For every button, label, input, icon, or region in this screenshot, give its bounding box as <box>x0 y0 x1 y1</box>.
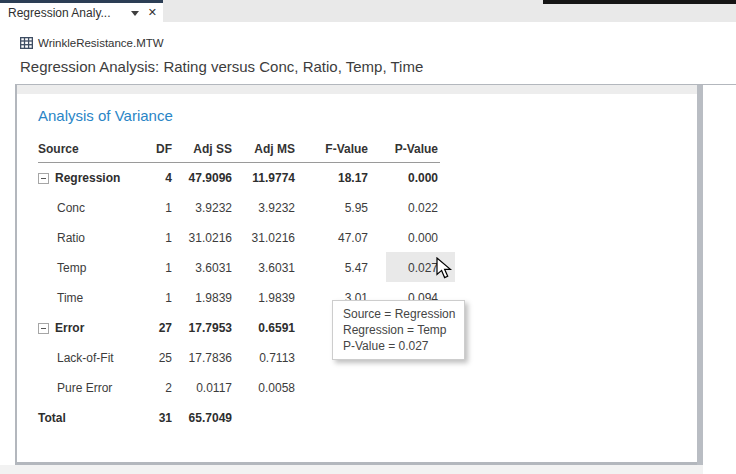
collapse-icon[interactable] <box>38 323 49 334</box>
column-header-pvalue: P-Value <box>373 137 438 162</box>
column-header-df: DF <box>138 137 172 162</box>
collapse-icon[interactable] <box>38 173 49 184</box>
cell-df[interactable]: 31 <box>138 403 172 433</box>
cell-source[interactable]: Pure Error <box>57 373 112 403</box>
cell-p[interactable]: 0.022 <box>373 193 438 223</box>
table-row-total: Total3165.7049 <box>38 403 440 433</box>
cell-source[interactable]: Lack-of-Fit <box>57 343 114 373</box>
cell-adj_ss[interactable]: 0.0117 <box>178 373 232 403</box>
source-label: Ratio <box>57 231 85 245</box>
cell-adj_ms[interactable]: 0.7113 <box>238 343 295 373</box>
source-label: Total <box>38 411 66 425</box>
cell-f[interactable]: 18.17 <box>303 163 368 193</box>
cell-adj_ss[interactable]: 3.9232 <box>178 193 232 223</box>
output-tab[interactable]: Regression Analy... ✕ <box>0 3 163 22</box>
anova-table-header: Source DF Adj SS Adj MS F-Value P-Value <box>38 137 440 163</box>
worksheet-link[interactable]: WrinkleResistance.MTW <box>20 37 164 49</box>
source-label: Pure Error <box>57 381 112 395</box>
table-row-ratio: Ratio131.021631.021647.070.000 <box>38 223 440 253</box>
page-background-strip <box>0 465 703 474</box>
cell-p[interactable]: 0.000 <box>373 223 438 253</box>
tooltip-line-pvalue: P-Value = 0.027 <box>343 338 454 354</box>
worksheet-grid-icon <box>20 37 33 49</box>
cell-adj_ms[interactable]: 31.0216 <box>238 223 295 253</box>
table-row-regression: Regression447.909611.977418.170.000 <box>38 163 440 193</box>
column-header-fvalue: F-Value <box>303 137 368 162</box>
source-label: Temp <box>57 261 86 275</box>
cell-p[interactable]: 0.000 <box>373 163 438 193</box>
cell-df[interactable]: 1 <box>138 253 172 283</box>
table-row-pure-error: Pure Error20.01170.0058 <box>38 373 440 403</box>
panel-border-left <box>15 84 17 465</box>
minitab-output-window: Regression Analy... ✕ WrinkleResistance.… <box>0 0 736 474</box>
worksheet-name: WrinkleResistance.MTW <box>38 37 164 49</box>
cell-tooltip: Source = Regression Regression = Temp P-… <box>332 300 465 360</box>
table-row-conc: Conc13.92323.92325.950.022 <box>38 193 440 223</box>
cell-source[interactable]: Temp <box>57 253 86 283</box>
cell-p[interactable]: 0.027 <box>373 253 438 283</box>
cell-adj_ss[interactable]: 47.9096 <box>178 163 232 193</box>
vertical-scrollbar[interactable] <box>697 85 703 465</box>
tab-title: Regression Analy... <box>8 6 127 20</box>
cell-df[interactable]: 1 <box>138 223 172 253</box>
cell-adj_ss[interactable]: 31.0216 <box>178 223 232 253</box>
cell-adj_ms[interactable]: 0.0058 <box>238 373 295 403</box>
cell-f[interactable]: 47.07 <box>303 223 368 253</box>
cell-f[interactable]: 5.95 <box>303 193 368 223</box>
cell-adj_ss[interactable]: 17.7953 <box>178 313 232 343</box>
cell-source[interactable]: Total <box>38 403 66 433</box>
cell-adj_ss[interactable]: 3.6031 <box>178 253 232 283</box>
cell-adj_ms[interactable]: 0.6591 <box>238 313 295 343</box>
cell-adj_ms[interactable]: 1.9839 <box>238 283 295 313</box>
source-label: Conc <box>57 201 85 215</box>
cell-source[interactable]: Ratio <box>57 223 85 253</box>
source-label: Time <box>57 291 83 305</box>
cell-df[interactable]: 4 <box>138 163 172 193</box>
page-title: Regression Analysis: Rating versus Conc,… <box>20 58 423 75</box>
cell-source[interactable]: Time <box>57 283 83 313</box>
close-icon[interactable]: ✕ <box>148 3 157 22</box>
cell-source[interactable]: Conc <box>57 193 85 223</box>
cell-adj_ms[interactable]: 11.9774 <box>238 163 295 193</box>
anova-table-body: Regression447.909611.977418.170.000Conc1… <box>38 163 440 433</box>
cell-adj_ms[interactable]: 3.9232 <box>238 193 295 223</box>
chevron-down-icon[interactable] <box>131 11 139 16</box>
column-header-source: Source <box>38 137 79 162</box>
source-label: Error <box>55 321 84 335</box>
column-header-adjss: Adj SS <box>178 137 232 162</box>
cell-f[interactable]: 5.47 <box>303 253 368 283</box>
cell-adj_ss[interactable]: 1.9839 <box>178 283 232 313</box>
section-heading: Analysis of Variance <box>38 107 173 124</box>
cell-df[interactable]: 2 <box>138 373 172 403</box>
tooltip-line-term: Regression = Temp <box>343 322 454 338</box>
table-row-temp: Temp13.60313.60315.470.027 <box>38 253 440 283</box>
cell-df[interactable]: 1 <box>138 283 172 313</box>
cell-df[interactable]: 25 <box>138 343 172 373</box>
mouse-cursor-icon <box>436 257 454 285</box>
panel-inner-strip <box>17 85 697 94</box>
source-label: Regression <box>55 171 120 185</box>
cell-source[interactable]: Regression <box>38 163 120 193</box>
tooltip-line-source: Source = Regression <box>343 306 454 322</box>
top-dark-strip <box>543 0 736 4</box>
cell-df[interactable]: 27 <box>138 313 172 343</box>
cell-adj_ms[interactable]: 3.6031 <box>238 253 295 283</box>
source-label: Lack-of-Fit <box>57 351 114 365</box>
cell-source[interactable]: Error <box>38 313 84 343</box>
cell-adj_ss[interactable]: 17.7836 <box>178 343 232 373</box>
cell-df[interactable]: 1 <box>138 193 172 223</box>
cell-adj_ss[interactable]: 65.7049 <box>178 403 232 433</box>
column-header-adjms: Adj MS <box>238 137 295 162</box>
